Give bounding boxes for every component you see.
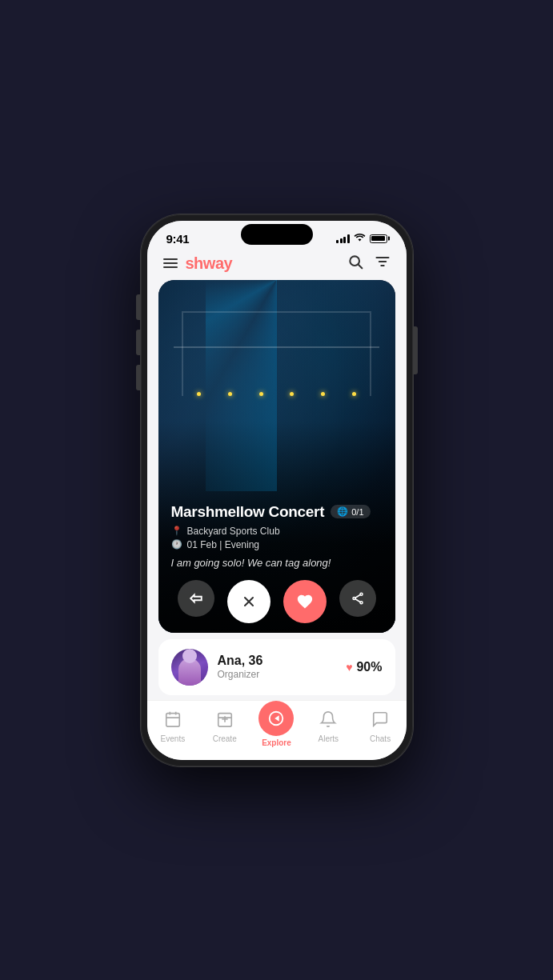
- filter-icon[interactable]: [375, 254, 391, 274]
- phone-screen: 9:41: [147, 221, 407, 760]
- event-meta: 📍 Backyard Sports Club 🕐 01 Feb | Evenin…: [171, 526, 383, 550]
- alerts-icon: [319, 710, 337, 732]
- app-header: shway: [147, 249, 407, 280]
- event-title-row: Marshmellow Concert 🌐 0/1: [171, 503, 383, 521]
- match-text: 90%: [356, 660, 382, 674]
- event-title: Marshmellow Concert: [171, 503, 325, 521]
- stage-structure: [182, 311, 371, 396]
- user-role: Organizer: [218, 669, 337, 680]
- svg-line-11: [355, 598, 360, 602]
- header-right: [347, 254, 391, 274]
- svg-marker-21: [275, 715, 280, 721]
- svg-line-1: [358, 264, 362, 268]
- stage-lights: [158, 280, 395, 492]
- card-content: Marshmellow Concert 🌐 0/1 📍 Backyard Spo…: [158, 492, 395, 633]
- dismiss-button[interactable]: [227, 580, 270, 623]
- chats-icon: [371, 710, 389, 732]
- avatar-figure: [178, 658, 201, 686]
- nav-item-create[interactable]: Create: [204, 710, 246, 743]
- user-avatar: [171, 649, 208, 686]
- event-description: I am going solo! We can tag along!: [171, 557, 383, 569]
- match-heart-icon: ♥: [346, 661, 352, 674]
- user-info: Ana, 36 Organizer: [218, 654, 337, 680]
- event-card: Marshmellow Concert 🌐 0/1 📍 Backyard Spo…: [158, 280, 395, 633]
- dynamic-island: [241, 224, 313, 245]
- match-percent: ♥ 90%: [346, 660, 382, 674]
- user-card: Ana, 36 Organizer ♥ 90%: [158, 639, 395, 695]
- stage-lights-row: [183, 392, 370, 396]
- globe-icon: 🌐: [337, 506, 348, 517]
- nav-item-alerts[interactable]: Alerts: [307, 710, 349, 743]
- capacity-text: 0/1: [351, 507, 363, 517]
- date-text: 01 Feb | Evening: [187, 539, 260, 550]
- date-row: 🕐 01 Feb | Evening: [171, 539, 383, 550]
- share-button[interactable]: [339, 580, 376, 617]
- chats-label: Chats: [370, 734, 391, 743]
- events-label: Events: [161, 734, 186, 743]
- like-button[interactable]: [283, 580, 327, 623]
- location-icon: 📍: [171, 526, 182, 536]
- capacity-badge: 🌐 0/1: [331, 505, 370, 518]
- avatar-inner: [171, 649, 208, 686]
- nav-item-explore[interactable]: Explore: [255, 707, 297, 747]
- location-row: 📍 Backyard Sports Club: [171, 526, 383, 537]
- status-icons: [336, 233, 387, 244]
- app-logo: shway: [186, 254, 233, 273]
- status-time: 9:41: [166, 232, 190, 246]
- explore-button[interactable]: [258, 701, 294, 736]
- wifi-icon: [354, 233, 366, 244]
- events-icon: [164, 710, 182, 732]
- clock-icon: 🕐: [171, 539, 182, 550]
- create-icon: [216, 710, 234, 732]
- header-left: shway: [163, 254, 233, 273]
- nav-item-events[interactable]: Events: [152, 710, 194, 743]
- signal-icon: [336, 234, 350, 243]
- location-text: Backyard Sports Club: [187, 526, 280, 537]
- alerts-label: Alerts: [319, 734, 339, 743]
- svg-rect-12: [166, 714, 180, 727]
- search-icon[interactable]: [347, 254, 363, 274]
- explore-label: Explore: [262, 738, 291, 747]
- svg-line-10: [355, 594, 360, 598]
- user-name: Ana, 36: [218, 654, 337, 668]
- bottom-nav: Events Create: [147, 700, 407, 760]
- back-button[interactable]: [178, 580, 214, 617]
- nav-item-chats[interactable]: Chats: [359, 710, 401, 743]
- action-buttons: [171, 580, 383, 626]
- main-content: Marshmellow Concert 🌐 0/1 📍 Backyard Spo…: [147, 280, 407, 700]
- battery-icon: [370, 234, 387, 243]
- menu-icon[interactable]: [163, 258, 178, 268]
- phone-frame: 9:41: [141, 214, 413, 766]
- create-label: Create: [213, 734, 237, 743]
